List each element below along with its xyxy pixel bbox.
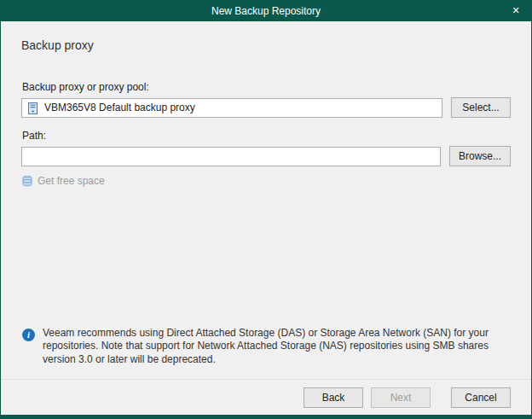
info-message: Veeam recommends using Direct Attached S… [43,327,503,367]
dialog-content: Backup proxy Backup proxy or proxy pool:… [1,21,531,379]
path-input-wrap [21,147,441,166]
page-title: Backup proxy [21,38,511,52]
close-icon[interactable]: ✕ [500,0,531,21]
browse-button[interactable]: Browse... [449,146,511,166]
back-button[interactable]: Back [304,387,363,408]
content-spacer [21,187,511,327]
path-field-label: Path: [22,130,511,142]
proxy-input[interactable] [21,98,442,118]
dialog-footer: Back Next Cancel [1,379,531,415]
get-free-space-link[interactable]: Get free space [22,175,511,187]
window-title: New Backup Repository [211,5,321,17]
select-button[interactable]: Select... [451,97,511,118]
titlebar[interactable]: New Backup Repository ✕ [1,0,531,21]
proxy-row: Select... [21,97,511,118]
path-row: Browse... [21,146,511,166]
window-bottom-border [1,415,531,419]
info-block: i Veeam recommends using Direct Attached… [21,327,503,367]
proxy-input-wrap [21,98,442,118]
cancel-button[interactable]: Cancel [451,387,511,408]
next-button[interactable]: Next [371,387,431,408]
database-icon [22,176,32,187]
get-free-space-label: Get free space [38,175,105,187]
proxy-field-label: Backup proxy or proxy pool: [22,81,511,93]
info-icon: i [22,329,35,341]
path-input[interactable] [21,147,441,166]
new-backup-repository-dialog: New Backup Repository ✕ Backup proxy Bac… [0,0,532,419]
